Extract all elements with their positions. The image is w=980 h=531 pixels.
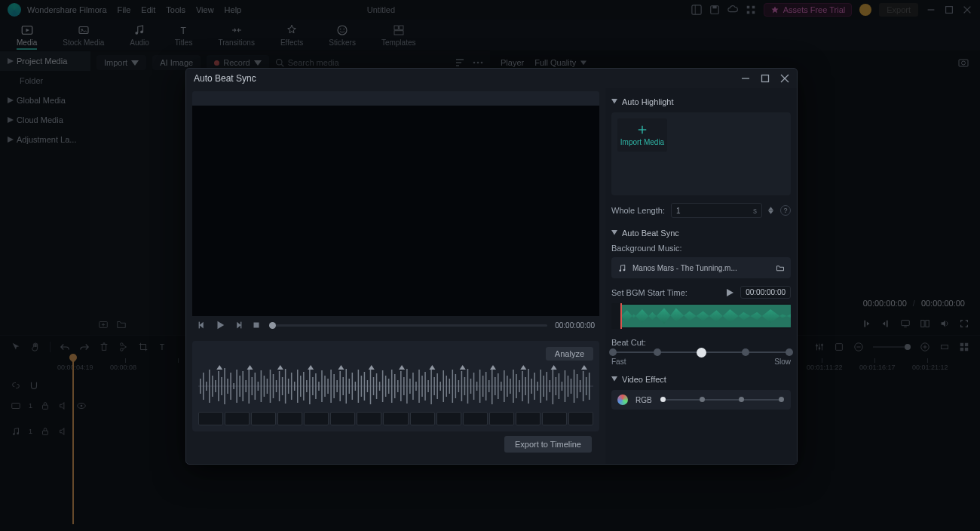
svg-rect-169	[464, 377, 466, 395]
video-effect-rgb-row: RGB	[611, 390, 791, 410]
svg-rect-102	[261, 370, 262, 402]
svg-rect-172	[473, 373, 475, 400]
svg-rect-206	[577, 374, 578, 398]
svg-rect-182	[504, 370, 505, 402]
svg-rect-113	[294, 382, 296, 391]
bgm-wave-cursor[interactable]	[620, 303, 622, 329]
section-auto-beat-sync[interactable]: Auto Beat Sync	[611, 229, 791, 238]
svg-rect-93	[233, 383, 234, 389]
svg-rect-178	[492, 368, 493, 404]
svg-rect-108	[279, 371, 280, 401]
folder-open-icon[interactable]	[776, 263, 785, 272]
bgm-start-value[interactable]: 00:00:00:00	[740, 286, 791, 299]
svg-marker-213	[277, 365, 283, 370]
svg-rect-117	[306, 380, 308, 392]
svg-rect-79	[240, 322, 241, 329]
svg-rect-208	[583, 371, 584, 401]
svg-rect-106	[273, 374, 274, 398]
rgb-intensity-slider[interactable]	[663, 399, 782, 401]
modal-title: Auto Beat Sync	[194, 73, 256, 84]
preview-viewport	[192, 106, 599, 315]
svg-rect-141	[379, 382, 381, 391]
modal-minimize-icon[interactable]	[741, 74, 750, 83]
svg-rect-202	[565, 370, 566, 402]
svg-rect-147	[397, 380, 399, 392]
svg-marker-212	[247, 365, 253, 370]
bgm-filename: Manos Mars - The Tunning.m...	[632, 264, 770, 272]
prev-frame-icon[interactable]	[197, 320, 207, 330]
bgm-label: Background Music:	[611, 244, 791, 253]
analyze-button[interactable]: Analyze	[546, 347, 593, 361]
svg-rect-85	[209, 370, 210, 403]
svg-rect-186	[516, 374, 517, 398]
svg-rect-153	[415, 382, 417, 391]
svg-rect-200	[559, 373, 560, 399]
svg-rect-126	[333, 374, 335, 398]
svg-rect-184	[510, 379, 511, 394]
bgm-start-label: Set BGM Start Time:	[611, 288, 688, 297]
svg-rect-155	[421, 376, 423, 397]
section-video-effect[interactable]: Video Effect	[611, 375, 791, 384]
svg-rect-118	[309, 368, 311, 404]
svg-rect-152	[412, 373, 414, 400]
svg-rect-210	[589, 373, 590, 400]
preview-scrubber[interactable]	[269, 324, 547, 327]
svg-rect-195	[543, 376, 544, 397]
svg-rect-166	[455, 374, 457, 398]
svg-rect-158	[430, 368, 432, 404]
whole-length-spinner[interactable]	[768, 207, 774, 214]
svg-rect-145	[391, 370, 393, 403]
bgm-play-icon[interactable]	[725, 288, 734, 297]
rgb-icon	[617, 394, 628, 405]
analysis-waveform[interactable]	[198, 365, 593, 407]
svg-rect-179	[495, 377, 496, 395]
svg-marker-221	[520, 365, 526, 370]
svg-rect-176	[485, 372, 487, 401]
bgm-waveform[interactable]	[611, 303, 791, 329]
section-auto-highlight[interactable]: Auto Highlight	[611, 97, 791, 106]
play-icon[interactable]	[215, 320, 225, 330]
svg-rect-165	[452, 370, 454, 403]
rgb-label: RGB	[635, 396, 652, 404]
svg-rect-142	[382, 370, 384, 402]
svg-rect-82	[200, 379, 201, 394]
svg-rect-130	[345, 369, 347, 404]
next-frame-icon[interactable]	[233, 320, 243, 330]
whole-length-input[interactable]: 1 s	[671, 203, 762, 218]
svg-rect-84	[206, 382, 207, 391]
svg-marker-77	[218, 321, 225, 330]
svg-point-230	[619, 269, 621, 272]
svg-rect-101	[258, 382, 259, 391]
svg-rect-94	[236, 370, 237, 403]
svg-rect-80	[254, 323, 259, 328]
modal-close-icon[interactable]	[780, 74, 789, 83]
svg-rect-157	[427, 380, 429, 392]
svg-rect-109	[282, 377, 283, 395]
svg-rect-197	[550, 380, 551, 392]
svg-rect-207	[580, 380, 581, 392]
modal-settings-panel: Auto Highlight Import Media Whole Length…	[605, 88, 797, 464]
svg-rect-88	[218, 371, 219, 401]
svg-rect-174	[479, 370, 481, 403]
import-media-button[interactable]: Import Media	[617, 118, 667, 152]
svg-rect-149	[403, 377, 405, 395]
beat-segments[interactable]	[198, 412, 593, 425]
svg-rect-116	[303, 372, 305, 401]
export-to-timeline-button[interactable]: Export to Timeline	[504, 436, 592, 453]
svg-rect-107	[276, 380, 277, 392]
whole-length-help[interactable]: ?	[780, 205, 791, 216]
plus-icon	[637, 124, 648, 135]
stop-icon[interactable]	[251, 320, 262, 330]
modal-maximize-icon[interactable]	[761, 74, 770, 83]
svg-rect-131	[349, 379, 351, 394]
svg-rect-136	[364, 372, 366, 401]
svg-rect-173	[476, 382, 478, 391]
svg-marker-233	[611, 376, 617, 381]
svg-marker-216	[369, 365, 375, 370]
svg-rect-99	[252, 377, 253, 395]
svg-rect-188	[522, 371, 523, 401]
highlight-media-dropzone: Import Media	[611, 112, 791, 195]
auto-beat-sync-modal: Auto Beat Sync 00:00:00:00 Analyze	[185, 68, 798, 465]
svg-rect-196	[547, 372, 548, 401]
beat-cut-slider[interactable]	[613, 351, 789, 353]
